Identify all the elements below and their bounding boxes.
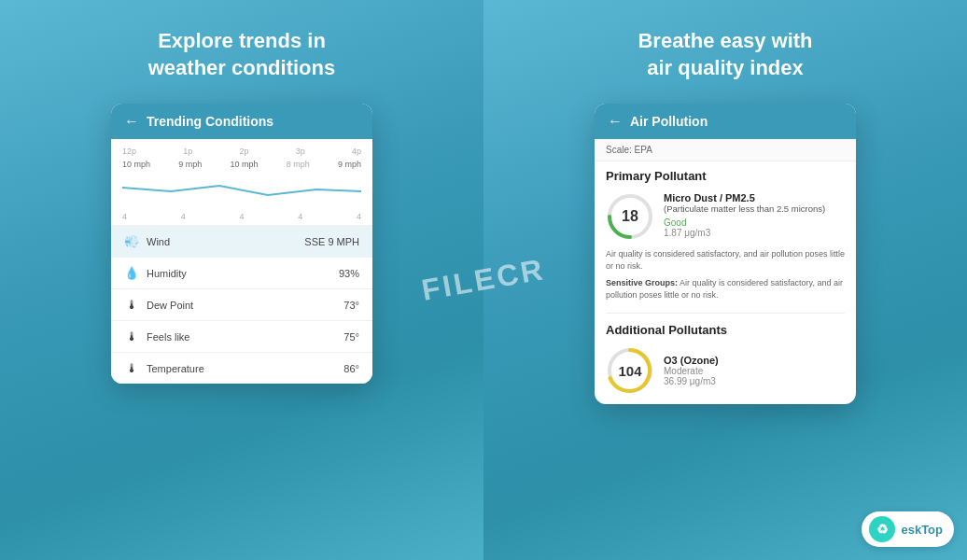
chart-bottom-labels: 4 4 4 4 4 bbox=[122, 212, 361, 221]
dewpoint-icon: 🌡 bbox=[124, 298, 139, 312]
wind-value: SSE 9 MPH bbox=[304, 236, 359, 247]
primary-pollutant-title: Primary Pollutant bbox=[595, 161, 856, 187]
temperature-icon: 🌡 bbox=[124, 361, 139, 375]
secondary-pollutant-info: O3 (Ozone) Moderate 36.99 μg/m3 bbox=[664, 355, 719, 386]
primary-gauge-number: 18 bbox=[622, 208, 638, 225]
primary-status: Good bbox=[664, 217, 845, 228]
humidity-label: Humidity bbox=[147, 268, 187, 279]
weather-row-humidity[interactable]: 💧 Humidity 93% bbox=[111, 257, 372, 288]
dewpoint-value: 73° bbox=[343, 300, 359, 311]
scale-row: Scale: EPA bbox=[595, 139, 856, 161]
chart-time-labels: 12p 1p 2p 3p 4p bbox=[122, 147, 361, 156]
aq-card-header: ← Air Pollution bbox=[595, 104, 856, 139]
secondary-status: Moderate bbox=[664, 366, 719, 376]
badge-label: eskTop bbox=[901, 523, 943, 537]
aq-description: Air quality is considered satisfactory, … bbox=[595, 248, 856, 277]
chart-speed-values: 10 mph 9 mph 10 mph 8 mph 9 mph bbox=[122, 160, 361, 169]
wind-icon: 💨 bbox=[124, 234, 139, 248]
weather-rows: 💨 Wind SSE 9 MPH 💧 Humidity 93% 🌡 Dew bbox=[111, 225, 372, 384]
secondary-gauge-number: 104 bbox=[618, 362, 641, 378]
feelslike-value: 75° bbox=[343, 331, 359, 343]
primary-gauge: 18 bbox=[606, 192, 654, 241]
weather-row-temperature[interactable]: 🌡 Temperature 86° bbox=[111, 352, 372, 384]
primary-pollutant-sub: (Particulate matter less than 2.5 micron… bbox=[664, 203, 845, 215]
aq-sensitive-groups: Sensitive Groups: Air quality is conside… bbox=[595, 277, 856, 308]
secondary-pollutant-name: O3 (Ozone) bbox=[664, 355, 719, 366]
wind-label: Wind bbox=[147, 236, 170, 247]
weather-card-title: Trending Conditions bbox=[147, 114, 273, 129]
feelslike-icon: 🌡 bbox=[124, 329, 139, 343]
temperature-value: 86° bbox=[343, 363, 359, 374]
right-panel: Breathe easy with air quality index ← Ai… bbox=[484, 0, 967, 560]
left-panel: Explore trends in weather conditions ← T… bbox=[0, 0, 484, 560]
badge-icon: ♻ bbox=[869, 516, 895, 542]
weather-row-dewpoint[interactable]: 🌡 Dew Point 73° bbox=[111, 288, 372, 320]
weather-card: ← Trending Conditions 12p 1p 2p 3p 4p 10… bbox=[111, 104, 372, 384]
desktopbadge: ♻ eskTop bbox=[862, 511, 954, 547]
primary-pollutant-info: Micro Dust / PM2.5 (Particulate matter l… bbox=[664, 192, 845, 237]
aq-back-arrow-icon[interactable]: ← bbox=[608, 113, 623, 130]
secondary-gauge: 104 bbox=[606, 346, 654, 395]
aq-divider bbox=[606, 313, 845, 314]
dewpoint-label: Dew Point bbox=[147, 300, 193, 311]
primary-concentration: 1.87 μg/m3 bbox=[664, 228, 845, 238]
weather-card-header: ← Trending Conditions bbox=[111, 104, 372, 139]
feelslike-label: Feels like bbox=[147, 331, 189, 343]
humidity-value: 93% bbox=[339, 268, 359, 279]
weather-row-wind[interactable]: 💨 Wind SSE 9 MPH bbox=[111, 225, 372, 257]
temperature-label: Temperature bbox=[147, 363, 204, 374]
additional-pollutants-title: Additional Pollutants bbox=[595, 317, 856, 341]
primary-pollutant-name: Micro Dust / PM2.5 bbox=[664, 192, 845, 203]
secondary-pollutant-item: 104 O3 (Ozone) Moderate 36.99 μg/m3 bbox=[595, 341, 856, 404]
chart-area: 12p 1p 2p 3p 4p 10 mph 9 mph 10 mph 8 mp… bbox=[111, 139, 372, 225]
left-headline: Explore trends in weather conditions bbox=[148, 28, 335, 81]
right-headline: Breathe easy with air quality index bbox=[638, 28, 812, 81]
aq-card-title: Air Pollution bbox=[630, 114, 708, 129]
secondary-concentration: 36.99 μg/m3 bbox=[664, 376, 719, 386]
trend-chart bbox=[122, 171, 361, 208]
primary-pollutant-item: 18 Micro Dust / PM2.5 (Particulate matte… bbox=[595, 187, 856, 248]
weather-row-feelslike[interactable]: 🌡 Feels like 75° bbox=[111, 320, 372, 352]
air-quality-card: ← Air Pollution Scale: EPA Primary Pollu… bbox=[595, 104, 856, 403]
back-arrow-icon[interactable]: ← bbox=[124, 113, 139, 130]
humidity-icon: 💧 bbox=[124, 266, 139, 280]
